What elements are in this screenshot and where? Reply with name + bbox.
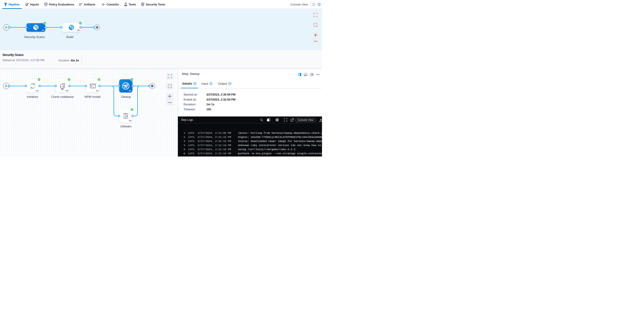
svg-text:</>: </> [66,90,68,92]
svg-text:</>: </> [77,29,80,31]
svg-text:Clone codebase: Clone codebase [51,95,74,98]
svg-text:NPM Install: NPM Install [84,95,100,98]
svg-text:Security Scans: Security Scans [24,35,45,39]
svg-text:Initialize: Initialize [27,95,38,98]
svg-text:</>: </> [129,90,132,92]
svg-text:</>: </> [36,90,39,92]
svg-text:</>: </> [129,120,132,122]
svg-text:</>: </> [96,90,99,92]
svg-text:</>: </> [42,29,44,31]
svg-text:Build: Build [66,35,73,39]
svg-text:Gitleaks: Gitleaks [120,125,132,128]
svg-text:Owasp: Owasp [121,95,131,98]
